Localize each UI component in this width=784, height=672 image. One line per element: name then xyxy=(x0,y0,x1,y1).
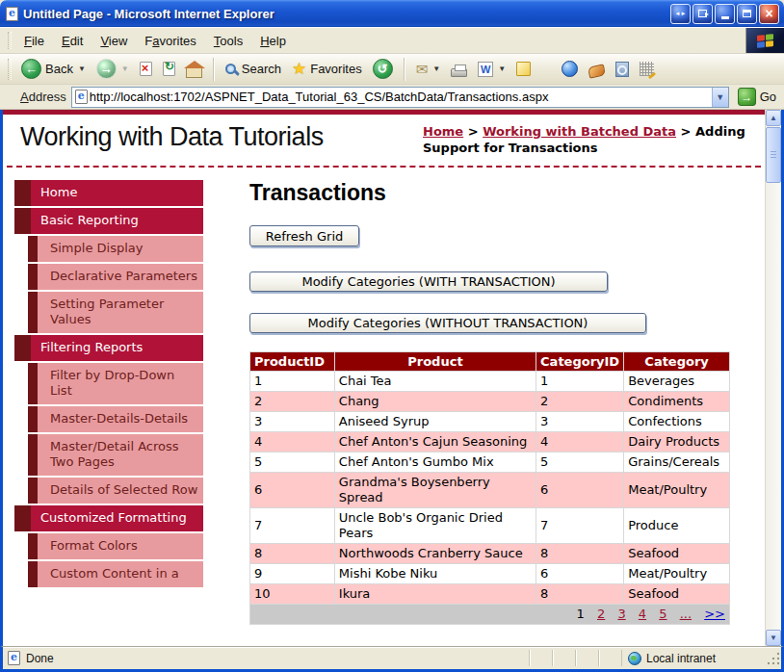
table-row: 5Chef Anton's Gumbo Mix5Grains/Cereals xyxy=(250,452,730,473)
status-message-panel: Done xyxy=(8,651,529,665)
back-icon: ← xyxy=(21,59,41,79)
pop-out-button[interactable] xyxy=(693,4,713,24)
pager-page-2-link[interactable]: 2 xyxy=(597,607,605,621)
table-row: 2Chang2Condiments xyxy=(250,392,730,412)
sidebar-item-customized-formatting[interactable]: Customized Formatting xyxy=(14,505,203,531)
table-header-row: ProductID Product CategoryID Category xyxy=(250,352,730,372)
close-button[interactable]: × xyxy=(759,4,779,24)
menu-help[interactable]: Help xyxy=(251,28,295,53)
page-header: Working with Data Tutorials Home > Worki… xyxy=(3,115,765,156)
pager-ellipsis-link[interactable]: ... xyxy=(680,607,692,621)
address-box: ▼ xyxy=(71,87,729,108)
forward-button[interactable]: → ▼ xyxy=(92,57,133,81)
status-panel-separator xyxy=(552,650,575,666)
standard-buttons-toolbar: ← Back ▼ → ▼ × ↻ Search ★ Favorites ↺ ✉▼… xyxy=(0,54,784,85)
go-button[interactable]: → Go xyxy=(734,88,780,106)
favorites-star-icon: ★ xyxy=(292,61,306,77)
address-input[interactable] xyxy=(88,90,712,104)
sidebar-item-basic-reporting[interactable]: Basic Reporting xyxy=(14,208,203,234)
go-arrow-icon: → xyxy=(738,88,756,106)
sidebar-item-filtering-reports[interactable]: Filtering Reports xyxy=(14,335,203,361)
addon-grid-icon xyxy=(640,62,654,76)
column-header-product: Product xyxy=(334,352,536,372)
word-icon: W xyxy=(478,62,493,77)
sidebar-nav: Home Basic Reporting Simple Display Decl… xyxy=(14,180,203,625)
vertical-scrollbar[interactable]: ▲ ▼ xyxy=(765,110,781,646)
windows-logo xyxy=(745,28,784,53)
addon-button-3[interactable] xyxy=(636,60,658,78)
close-icon: × xyxy=(765,7,772,20)
menu-favorites[interactable]: Favorites xyxy=(136,28,204,53)
titlebar[interactable]: Untitled Page - Microsoft Internet Explo… xyxy=(0,0,784,27)
scrollbar-thumb[interactable] xyxy=(766,127,781,183)
refresh-button[interactable]: ↻ xyxy=(159,60,179,78)
edit-with-word-button[interactable]: W▼ xyxy=(474,60,510,79)
sidebar-item-home[interactable]: Home xyxy=(14,180,203,206)
mail-icon: ✉ xyxy=(416,62,429,76)
sidebar-item-simple-display[interactable]: Simple Display xyxy=(28,236,203,262)
ie-window-icon xyxy=(6,7,18,21)
table-row: 3Aniseed Syrup3Confections xyxy=(250,412,730,432)
breadcrumb-parent-link[interactable]: Working with Batched Data xyxy=(483,124,676,139)
browser-window: Untitled Page - Microsoft Internet Explo… xyxy=(0,0,784,672)
back-dropdown-icon: ▼ xyxy=(78,65,86,73)
minimize-button[interactable] xyxy=(715,4,735,24)
sidebar-item-details-of-selected-row[interactable]: Details of Selected Row xyxy=(28,478,203,504)
maximize-button[interactable] xyxy=(737,4,757,24)
status-text: Done xyxy=(26,652,54,665)
favorites-button[interactable]: ★ Favorites xyxy=(288,59,366,79)
messenger-button[interactable] xyxy=(558,59,582,79)
refresh-grid-button[interactable]: Refresh Grid xyxy=(249,225,359,246)
print-button[interactable] xyxy=(447,59,471,79)
window-title: Untitled Page - Microsoft Internet Explo… xyxy=(23,7,666,21)
home-button[interactable] xyxy=(182,59,206,80)
modify-with-transaction-button[interactable]: Modify Categories (WITH TRANSACTION) xyxy=(249,271,608,292)
pager-next-link[interactable]: >> xyxy=(704,607,725,621)
search-button[interactable]: Search xyxy=(222,60,285,78)
sidebar-item-format-colors[interactable]: Format Colors xyxy=(28,533,203,559)
pager-page-1-current: 1 xyxy=(577,607,585,621)
pager-page-5-link[interactable]: 5 xyxy=(659,607,666,621)
left-right-arrows-icon: ◄► xyxy=(675,11,687,16)
sidebar-item-setting-parameter-values[interactable]: Setting Parameter Values xyxy=(28,292,203,333)
menu-file[interactable]: File xyxy=(15,28,53,53)
pan-arrows-button[interactable]: ◄► xyxy=(670,4,691,24)
sidebar-item-master-details-details[interactable]: Master-Details-Details xyxy=(28,406,203,432)
sidebar-item-master-detail-two-pages[interactable]: Master/Detail Across Two Pages xyxy=(28,434,203,476)
addon-button-1[interactable] xyxy=(585,60,609,79)
page-title: Transactions xyxy=(249,180,757,206)
table-row: 6Grandma's Boysenberry Spread6Meat/Poult… xyxy=(250,473,730,508)
history-button[interactable]: ↺ xyxy=(369,57,397,81)
sidebar-item-custom-content[interactable]: Custom Content in a xyxy=(28,561,203,587)
address-dropdown-button[interactable]: ▼ xyxy=(712,88,728,107)
menu-edit[interactable]: Edit xyxy=(53,28,91,53)
addon-button-2[interactable] xyxy=(612,60,633,79)
site-title: Working with Data Tutorials xyxy=(20,122,423,156)
toolbar-grip[interactable] xyxy=(8,32,12,49)
sidebar-item-declarative-parameters[interactable]: Declarative Parameters xyxy=(28,264,203,290)
pager-page-4-link[interactable]: 4 xyxy=(639,607,646,621)
modify-without-transaction-button[interactable]: Modify Categories (WITHOUT TRANSACTION) xyxy=(249,313,646,333)
scroll-down-button[interactable]: ▼ xyxy=(766,630,781,646)
discuss-button[interactable] xyxy=(512,60,535,78)
discuss-note-icon xyxy=(516,62,531,76)
menu-tools[interactable]: Tools xyxy=(205,28,251,53)
resize-grip[interactable] xyxy=(766,652,779,665)
breadcrumb-home-link[interactable]: Home xyxy=(423,124,463,139)
status-panel-separator xyxy=(598,650,621,666)
menu-view[interactable]: View xyxy=(91,28,136,53)
scroll-up-button[interactable]: ▲ xyxy=(766,110,781,126)
table-row: 9Mishi Kobe Niku6Meat/Poultry xyxy=(250,564,730,584)
sidebar-item-filter-by-dropdown-list[interactable]: Filter by Drop-Down List xyxy=(28,363,203,404)
pager-page-3-link[interactable]: 3 xyxy=(617,607,625,621)
history-icon: ↺ xyxy=(373,59,393,79)
status-page-icon xyxy=(8,651,20,665)
toolbar-grip[interactable] xyxy=(8,59,12,80)
mail-button[interactable]: ✉▼ xyxy=(412,60,445,78)
column-header-productid: ProductID xyxy=(250,352,335,372)
stop-button[interactable]: × xyxy=(136,60,156,78)
stop-icon: × xyxy=(140,62,152,76)
pop-out-icon xyxy=(698,10,707,17)
forward-dropdown-icon: ▼ xyxy=(121,65,129,73)
back-button[interactable]: ← Back ▼ xyxy=(17,57,90,81)
